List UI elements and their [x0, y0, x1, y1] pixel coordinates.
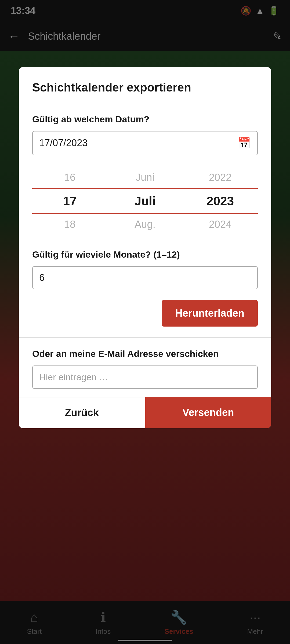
- back-button-dialog[interactable]: Zurück: [19, 397, 145, 428]
- picker-year-selected[interactable]: 2023: [183, 189, 258, 213]
- months-section-label: Gültig für wieviele Monate? (1–12): [32, 249, 258, 260]
- email-input-wrapper[interactable]: Hier eintragen …: [32, 365, 258, 389]
- months-input-value: 6: [39, 272, 45, 283]
- email-input-placeholder: Hier eintragen …: [39, 372, 108, 382]
- picker-month-prev[interactable]: Juni: [107, 167, 183, 188]
- picker-month-selected[interactable]: Juli: [107, 189, 183, 213]
- dialog-divider: [19, 103, 271, 103]
- date-input-wrapper[interactable]: 17/07/2023 📅: [32, 131, 258, 155]
- picker-month-next[interactable]: Aug.: [107, 214, 183, 235]
- export-dialog: Schichtkalender exportieren Gültig ab we…: [19, 67, 271, 428]
- section2-divider: [19, 337, 271, 338]
- picker-year-next[interactable]: 2024: [183, 214, 258, 235]
- picker-year-prev[interactable]: 2022: [183, 167, 258, 188]
- picker-day-column[interactable]: 16 17 18: [32, 167, 107, 235]
- picker-day-prev[interactable]: 16: [32, 167, 107, 188]
- date-input-value: 17/07/2023: [39, 137, 237, 149]
- dialog-title: Schichtkalender exportieren: [32, 80, 258, 95]
- email-section: Oder an meine E-Mail Adresse verschicken…: [32, 349, 258, 389]
- months-input-wrapper[interactable]: 6: [32, 266, 258, 289]
- calendar-icon[interactable]: 📅: [237, 137, 251, 149]
- download-section: Herunterladen: [32, 300, 258, 337]
- send-button[interactable]: Versenden: [145, 397, 271, 428]
- download-button[interactable]: Herunterladen: [162, 300, 258, 327]
- picker-month-column[interactable]: Juni Juli Aug.: [107, 167, 183, 235]
- picker-year-column[interactable]: 2022 2023 2024: [183, 167, 258, 235]
- picker-day-next[interactable]: 18: [32, 214, 107, 235]
- dialog-bottom-buttons: Zurück Versenden: [19, 397, 271, 428]
- picker-day-selected[interactable]: 17: [32, 189, 107, 213]
- date-scroll-picker[interactable]: 16 17 18 Juni Juli Aug. 2022 2023 2024: [32, 163, 258, 239]
- months-section: Gültig für wieviele Monate? (1–12) 6: [32, 249, 258, 289]
- email-section-label: Oder an meine E-Mail Adresse verschicken: [32, 349, 258, 359]
- date-section-label: Gültig ab welchem Datum?: [32, 114, 258, 125]
- gesture-bar: [118, 640, 172, 641]
